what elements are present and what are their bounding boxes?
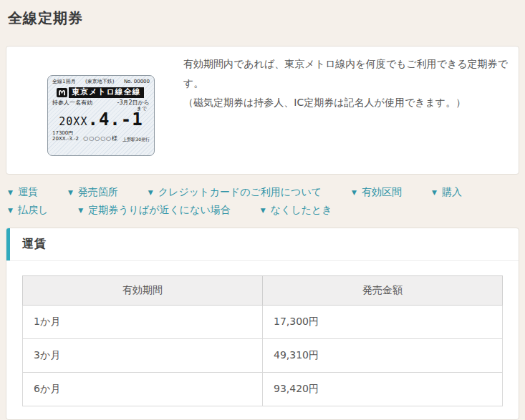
ticket-type-label: 全線1箇月 (52, 79, 75, 85)
ticket-holder-note: 持参人一名有効 (52, 100, 92, 107)
fare-table-header-period: 有効期間 (23, 276, 263, 306)
page-title: 全線定期券 (8, 9, 519, 28)
ticket-holder-name: ○○○○○様 (83, 136, 118, 142)
ticket-price-block: 17300円 20XX.-3.-2 (52, 130, 79, 142)
commuter-pass-ticket-image: 全線1箇月 (東京地下鉄) No. 00000 東京メトロ線全線 持参人一名有効… (47, 75, 155, 156)
fare-price-1month: 17,300円 (263, 306, 503, 339)
anchor-nav: ▼運賃 ▼発売箇所 ▼クレジットカードのご利用について ▼有効区間 ▼購入 ▼払… (8, 186, 519, 217)
fare-period-3month: 3か月 (23, 339, 263, 373)
triangle-down-icon: ▼ (352, 189, 357, 196)
ticket-operator-label: (東京地下鉄) (85, 79, 114, 85)
triangle-down-icon: ▼ (78, 207, 83, 214)
fare-price-6month: 93,420円 (263, 373, 503, 406)
nav-link-fare[interactable]: ▼運賃 (8, 186, 38, 199)
ticket-issue-date: 20XX.-3.-2 (52, 136, 79, 142)
fare-section: 運賃 有効期間 発売金額 1か月 17,300円 3か月 49,310円 (6, 228, 519, 420)
ticket-price: 17300円 (52, 130, 73, 136)
ticket-expiry-date: 20XX.4.-1 (52, 110, 150, 129)
fare-price-3month: 49,310円 (263, 339, 503, 373)
triangle-down-icon: ▼ (68, 189, 73, 196)
ticket-number: No. 00000 (124, 79, 150, 85)
fare-section-header: 運賃 (6, 228, 519, 261)
nav-link-no-nearby-office[interactable]: ▼定期券うりばが近くにない場合 (78, 204, 231, 217)
triangle-down-icon: ▼ (8, 189, 13, 196)
fare-table-header-price: 発売金額 (263, 276, 503, 306)
intro-panel: 全線1箇月 (東京地下鉄) No. 00000 東京メトロ線全線 持参人一名有効… (6, 46, 519, 175)
nav-link-valid-area[interactable]: ▼有効区間 (352, 186, 402, 199)
anchor-nav-row-2: ▼払戻し ▼定期券うりばが近くにない場合 ▼なくしたとき (8, 204, 519, 217)
fare-period-6month: 6か月 (23, 373, 263, 406)
fare-table-header-row: 有効期間 発売金額 (23, 276, 503, 306)
triangle-down-icon: ▼ (432, 189, 437, 196)
triangle-down-icon: ▼ (261, 207, 266, 214)
table-row: 3か月 49,310円 (23, 339, 503, 373)
table-row: 6か月 93,420円 (23, 373, 503, 406)
ticket-line-banner: 東京メトロ線全線 (69, 87, 144, 98)
triangle-down-icon: ▼ (8, 207, 13, 214)
pass-description-line2: （磁気定期券は持参人、IC定期券は記名人が使用できます。） (183, 97, 466, 108)
triangle-down-icon: ▼ (148, 189, 153, 196)
pass-description-line1: 有効期間内であれば、東京メトロ線内を何度でもご利用できる定期券です。 (183, 58, 508, 89)
nav-link-refund[interactable]: ▼払戻し (8, 204, 48, 217)
table-row: 1か月 17,300円 (23, 306, 503, 339)
fare-period-1month: 1か月 (23, 306, 263, 339)
pass-description: 有効期間内であれば、東京メトロ線内を何度でもご利用できる定期券です。 （磁気定期… (183, 54, 520, 112)
page-container: 全線定期券 全線1箇月 (東京地下鉄) No. 00000 東京メトロ線全線 持… (0, 0, 525, 420)
anchor-nav-row-1: ▼運賃 ▼発売箇所 ▼クレジットカードのご利用について ▼有効区間 ▼購入 (8, 186, 519, 199)
nav-link-purchase[interactable]: ▼購入 (432, 186, 462, 199)
fare-table: 有効期間 発売金額 1か月 17,300円 3か月 49,310円 6か月 93… (22, 275, 503, 406)
nav-link-sales-locations[interactable]: ▼発売箇所 (68, 186, 118, 199)
nav-link-credit-card[interactable]: ▼クレジットカードのご利用について (148, 186, 322, 199)
fare-section-heading: 運賃 (22, 237, 47, 250)
tokyo-metro-logo-icon (57, 88, 67, 97)
ticket-issuer: 上野駅30発行 (122, 137, 150, 142)
nav-link-lost-pass[interactable]: ▼なくしたとき (261, 204, 332, 217)
